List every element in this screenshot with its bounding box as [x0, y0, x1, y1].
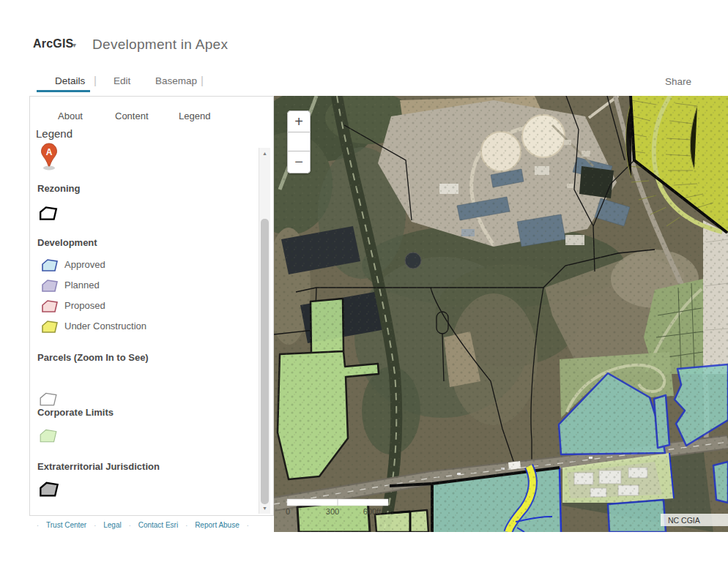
legend-item-proposed: Proposed [64, 300, 105, 311]
layer-title-corporate-limits: Corporate Limits [37, 407, 114, 418]
active-tab-underline [37, 90, 90, 92]
scale-label-600ft: 600ft [363, 507, 381, 516]
tab-basemap[interactable]: Basemap [155, 75, 197, 86]
texture-overlay [274, 96, 728, 532]
share-button[interactable]: Share [665, 76, 691, 87]
layer-title-etj: Extraterritorial Jurisdiction [37, 461, 160, 472]
dot-separator: · [94, 522, 96, 529]
layer-title-development: Development [37, 237, 97, 248]
scale-label-300: 300 [326, 507, 339, 516]
panel-tab-content[interactable]: Content [115, 110, 149, 121]
legend-item-planned: Planned [64, 280, 100, 291]
rezoning-swatch [39, 205, 58, 221]
panel-tab-legend[interactable]: Legend [179, 110, 210, 121]
link-contact-esri[interactable]: Contact Esri [138, 521, 178, 529]
satellite-basemap: 0 300 600ft NC CGIA [274, 96, 728, 532]
parcels-swatch [39, 391, 58, 407]
link-report-abuse[interactable]: Report Abuse [195, 521, 239, 529]
layer-pin-icon: A [39, 143, 59, 171]
details-panel: About Content Legend Legend A Rezoning D… [29, 96, 274, 516]
tab-edit[interactable]: Edit [114, 75, 130, 86]
scroll-down-icon[interactable]: ▼ [259, 506, 270, 511]
scale-label-0: 0 [286, 507, 290, 516]
proposed-swatch [41, 299, 59, 313]
approved-swatch [41, 258, 59, 272]
tab-separator: | [201, 74, 204, 86]
planned-swatch [41, 278, 59, 293]
attribution-text: NC CGIA [668, 516, 700, 525]
page-title: Development in Apex [92, 37, 228, 53]
etj-swatch [39, 480, 59, 498]
arcgis-brand-menu[interactable]: ArcGIS [33, 37, 73, 50]
pin-label: A [46, 147, 53, 157]
legend-item-approved: Approved [64, 259, 105, 270]
scrollbar-thumb[interactable] [261, 219, 269, 504]
under-construction-swatch [41, 319, 59, 334]
legend-heading: Legend [36, 127, 73, 140]
map-attribution: NC CGIA [661, 514, 728, 526]
caret-down-icon[interactable]: ▾ [73, 41, 76, 49]
panel-tab-about[interactable]: About [58, 110, 83, 121]
zoom-in-button[interactable]: + [287, 110, 311, 132]
corporate-limits-swatch [39, 427, 58, 443]
map-canvas[interactable]: 0 300 600ft NC CGIA + − [274, 96, 728, 532]
link-legal[interactable]: Legal [103, 521, 121, 529]
footer-links: ·Trust Center·Legal·Contact Esri·Report … [37, 521, 249, 529]
zoom-out-button[interactable]: − [287, 151, 311, 173]
layer-title-rezoning: Rezoning [37, 183, 81, 194]
legend-scrollbar[interactable]: ▲ ▼ [259, 148, 270, 514]
dot-separator: · [247, 522, 249, 529]
scroll-up-icon[interactable]: ▲ [259, 151, 270, 156]
dot-separator: · [185, 522, 187, 529]
dot-separator: · [37, 522, 39, 529]
layer-title-parcels: Parcels (Zoom In to See) [37, 352, 149, 363]
tab-separator: | [94, 74, 97, 86]
legend-item-under-construction: Under Construction [64, 321, 146, 331]
dot-separator: · [129, 522, 131, 529]
link-trust-center[interactable]: Trust Center [46, 521, 86, 529]
zoom-control: + − [287, 110, 311, 173]
tab-details[interactable]: Details [55, 75, 85, 86]
arcgis-map-viewer: ArcGIS ▾ Development in Apex Details | E… [0, 0, 728, 562]
zoom-slider[interactable] [287, 132, 311, 151]
